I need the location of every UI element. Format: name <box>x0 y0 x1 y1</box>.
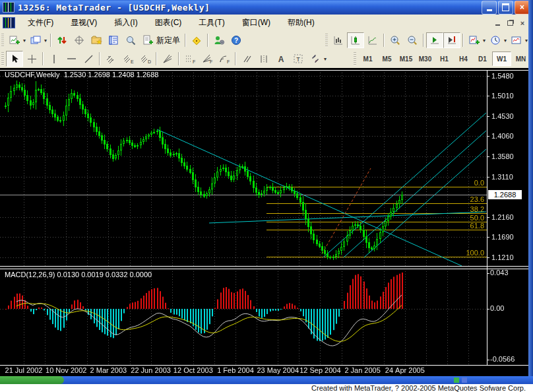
candlestick-icon <box>350 35 361 46</box>
new-chart-button[interactable] <box>6 32 23 48</box>
vertical-line-button[interactable] <box>46 51 63 67</box>
title-bar: 13256: MetaTrader - [USDCHF,Weekly] × <box>0 0 533 15</box>
candlestick-chart-button[interactable] <box>347 32 364 48</box>
favorites-folder-button[interactable]: ★ <box>88 32 105 48</box>
dropdown-arrow-icon[interactable]: ▾ <box>503 38 508 44</box>
menu-insert[interactable]: 插入(I) <box>106 15 146 30</box>
periods-button[interactable] <box>487 32 504 48</box>
help-icon: ? <box>231 35 241 46</box>
app-icon <box>3 2 15 13</box>
toolbar-separator <box>235 52 236 65</box>
maximize-button[interactable] <box>498 1 513 15</box>
text-button[interactable]: A <box>272 51 290 67</box>
zoom-in-button[interactable] <box>387 32 404 48</box>
profiles-icon <box>30 35 42 46</box>
chart-shift-icon <box>447 35 457 46</box>
market-watch-button[interactable] <box>105 32 122 48</box>
dropdown-arrow-icon[interactable]: ▾ <box>43 38 48 44</box>
glyph-t: T <box>296 56 300 63</box>
parallel-lines-button[interactable] <box>238 51 255 67</box>
horizontal-line-button[interactable] <box>63 51 80 67</box>
channel-e-button[interactable]: E <box>119 51 137 67</box>
menu-file[interactable]: 文件(F) <box>19 15 62 30</box>
chart-window-icon <box>3 17 15 28</box>
data-window-button[interactable] <box>122 32 139 48</box>
timeframe-m5-button[interactable]: M5 <box>377 51 396 66</box>
child-restore-button[interactable] <box>505 18 515 28</box>
tick-chart-button[interactable] <box>53 32 71 48</box>
menu-view[interactable]: 显视(V) <box>62 15 106 30</box>
timeframe-h4-button[interactable]: H4 <box>454 51 473 66</box>
start-button[interactable] <box>0 376 64 384</box>
footer-bar: Created with MetaTrader, ? 2002-2005 Met… <box>0 384 533 392</box>
cursor-icon <box>10 54 19 64</box>
tray-icon[interactable] <box>454 377 459 383</box>
indicators-button[interactable] <box>466 32 483 48</box>
window-right-border <box>528 0 533 376</box>
toolbar-separator <box>99 52 100 65</box>
templates-button[interactable] <box>508 32 525 48</box>
menu-help[interactable]: 帮助(H) <box>279 15 323 30</box>
glyph-e: E <box>131 59 134 64</box>
options-button[interactable] <box>210 32 228 48</box>
dropdown-arrow-icon[interactable]: ▾ <box>22 38 27 44</box>
svg-text:?: ? <box>234 37 238 44</box>
cycle-lines-button[interactable] <box>255 51 272 67</box>
profiles-button[interactable] <box>27 32 44 48</box>
magnifier-icon <box>125 35 136 46</box>
timeframe-d1-button[interactable]: D1 <box>473 51 492 66</box>
channel-d-button[interactable]: D <box>137 51 154 67</box>
arrows-tool-button[interactable] <box>307 51 324 67</box>
indicators-icon <box>469 35 480 46</box>
dropdown-arrow-icon[interactable]: ▾ <box>323 56 328 62</box>
text-label-button[interactable]: T <box>290 51 307 67</box>
restore-icon <box>507 20 513 26</box>
close-button[interactable]: × <box>515 1 530 15</box>
auto-scroll-button[interactable] <box>426 32 443 48</box>
andrews-pitchfork-button[interactable] <box>159 51 176 67</box>
crosshair-tool-button[interactable] <box>23 51 40 67</box>
child-minimize-button[interactable] <box>492 18 503 28</box>
trendline-icon <box>84 54 94 64</box>
dropdown-arrow-icon[interactable]: ▾ <box>482 38 487 44</box>
crosshair-icon <box>74 35 84 46</box>
menu-window[interactable]: 窗口(W) <box>234 15 279 30</box>
menu-tools[interactable]: 工具(T) <box>190 15 233 30</box>
expert-advisors-button[interactable] <box>188 32 205 48</box>
minimize-button[interactable] <box>482 1 497 15</box>
bar-chart-icon <box>333 35 344 46</box>
help-button[interactable]: ? <box>228 32 245 48</box>
fibo-arcs-button[interactable]: F <box>216 51 233 67</box>
child-close-button[interactable]: × <box>517 18 528 28</box>
zoom-out-button[interactable] <box>404 32 421 48</box>
new-order-button[interactable] <box>139 32 156 48</box>
menu-charts[interactable]: 图表(C) <box>146 15 191 30</box>
new-order-label[interactable]: 新定单 <box>156 35 183 46</box>
timeframe-w1-button[interactable]: W1 <box>492 51 511 66</box>
equidistant-channel-button[interactable] <box>102 51 119 67</box>
trendline-button[interactable] <box>80 51 97 67</box>
minimize-icon <box>487 9 492 11</box>
pitchfork-icon <box>162 53 173 64</box>
zoom-out-icon <box>407 35 418 46</box>
timeframe-m30-button[interactable]: M30 <box>416 51 435 66</box>
timeframe-m15-button[interactable]: M15 <box>396 51 416 66</box>
tray-icon[interactable] <box>462 377 467 383</box>
timeframe-h1-button[interactable]: H1 <box>435 51 454 66</box>
current-price-badge: 1.2688 <box>488 190 522 199</box>
fibo-fan-button[interactable]: F <box>199 51 216 67</box>
timeframe-m1-button[interactable]: M1 <box>358 51 377 66</box>
line-chart-button[interactable] <box>364 32 381 48</box>
chart-shift-button[interactable] <box>443 32 460 48</box>
window-title: 13256: MetaTrader - [USDCHF,Weekly] <box>18 3 210 13</box>
fibo-fan-icon: F <box>202 53 213 64</box>
fibo-retracement-button[interactable]: F <box>181 51 199 67</box>
cursor-button[interactable] <box>6 51 23 67</box>
timeframe-mn-button[interactable]: MN <box>511 51 530 66</box>
bar-chart-button[interactable] <box>330 32 347 48</box>
minimize-icon <box>495 24 500 26</box>
price-chart-canvas[interactable] <box>0 68 533 376</box>
crosshair-mode-button[interactable] <box>71 32 88 48</box>
expert-diamond-icon <box>191 35 203 46</box>
channel-d-icon: D <box>140 53 151 64</box>
